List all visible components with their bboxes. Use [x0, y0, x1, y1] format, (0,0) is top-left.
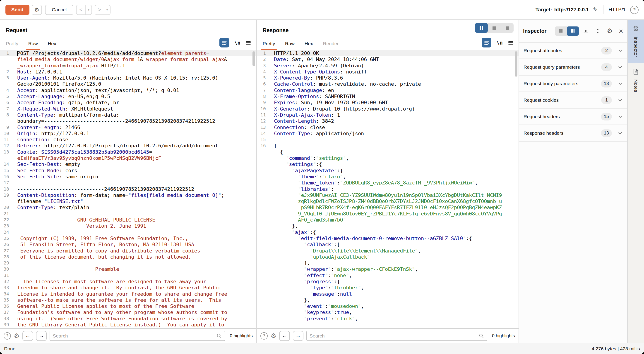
chevron-down-icon[interactable]: ▾: [104, 5, 110, 14]
search-settings-gear-icon[interactable]: ⚙: [270, 333, 276, 339]
show-newlines-icon[interactable]: \n: [234, 40, 240, 46]
editor-row: _wrapper_format=drupal_ajax HTTP/1.1: [0, 63, 256, 69]
response-editor[interactable]: 1HTTP/1.1 200 OK2Date: Sat, 04 May 2024 …: [257, 50, 518, 328]
edit-target-pencil-icon[interactable]: ✎: [593, 6, 598, 13]
editor-row: {: [257, 149, 518, 155]
chevron-down-icon[interactable]: ▾: [85, 5, 92, 14]
section-label: Response headers: [524, 130, 601, 136]
tab-hex[interactable]: Hex: [304, 41, 313, 50]
inspector-close-icon[interactable]: ×: [619, 27, 623, 35]
search-next-button[interactable]: →: [293, 331, 304, 341]
response-tabs: PrettyRawHexRender: [263, 41, 338, 50]
inspector-header-icons: ⚙ ×: [583, 27, 623, 35]
chevron-down-icon[interactable]: [618, 98, 623, 103]
editor-row: 9Expires: Sun, 19 Nov 1978 05:00:00 GMT: [257, 99, 518, 106]
word-wrap-icon[interactable]: [482, 38, 492, 47]
layout-columns-button[interactable]: [475, 23, 488, 33]
chevron-down-icon[interactable]: [618, 65, 623, 70]
response-search-input[interactable]: [310, 333, 479, 339]
chevron-down-icon[interactable]: [618, 114, 623, 119]
request-editor[interactable]: 1POST /Projects/drupal-10.2.6/media/add/…: [0, 50, 256, 328]
tab-pretty[interactable]: Pretty: [263, 41, 275, 50]
editor-row: 14Content-Type: application/json: [257, 130, 518, 137]
collapse-all-icon[interactable]: [595, 28, 601, 34]
search-help-icon[interactable]: ?: [4, 332, 11, 340]
editor-row: 9_VQqLf0-JjUEwn8U1ov0EY_rZPBLJ1Yc7KLFsfq…: [257, 211, 518, 217]
inspector-section-request-body-parameters[interactable]: Request body parameters18: [519, 75, 627, 92]
search-settings-gear-icon[interactable]: ⚙: [14, 333, 20, 339]
editor-row: 2Host: 127.0.0.1: [0, 69, 256, 75]
inspector-section-request-query-parameters[interactable]: Request query parameters4: [519, 59, 627, 75]
notes-document-icon: [632, 68, 640, 75]
editor-row: "theme":"claro",: [257, 174, 518, 180]
request-highlights-count: 0 highlights: [230, 333, 253, 339]
editor-row: 2Date: Sat, 04 May 2024 18:44:06 GMT: [257, 56, 518, 62]
editor-row: 38using it. (Some other Free Software Fo…: [0, 316, 256, 322]
chevron-down-icon[interactable]: [618, 48, 623, 53]
chevron-down-icon[interactable]: [618, 131, 623, 136]
request-search-bar: ? ⚙ ← → 0 highlights: [0, 328, 256, 343]
expand-all-icon[interactable]: [583, 28, 589, 34]
layout-rows-button[interactable]: [488, 23, 501, 33]
send-button[interactable]: Send: [6, 5, 30, 15]
editor-row: zqRlkgDdlcFWZoISJP8-ZM40dBBQoOrbX7DYsLJ2…: [257, 198, 518, 204]
send-settings-button[interactable]: ⚙: [32, 5, 42, 15]
menu-icon[interactable]: [508, 40, 514, 46]
search-prev-button[interactable]: ←: [279, 331, 290, 341]
word-wrap-icon[interactable]: [220, 38, 229, 47]
editor-row: 14Sec-Fetch-Dest: empty: [0, 161, 256, 167]
editor-row: 36General Public License applies to most…: [0, 303, 256, 309]
tab-raw[interactable]: Raw: [285, 41, 294, 50]
inspector-dock-right-button[interactable]: [567, 26, 579, 36]
side-tab-notes[interactable]: Notes: [628, 63, 644, 98]
request-scrollbar[interactable]: [252, 51, 255, 66]
tab-raw[interactable]: Raw: [28, 41, 38, 50]
editor-row: AFQ_c7md3shm7bQ": [257, 217, 518, 223]
editor-row: 37Foundation's software and to any other…: [0, 309, 256, 315]
side-tab-inspector[interactable]: Inspector: [628, 20, 644, 63]
editor-row: 7X-Requested-With: XMLHttpRequest: [0, 106, 256, 112]
inspector-panel: Inspector ⚙ ×: [519, 20, 627, 343]
inspector-section-request-headers[interactable]: Request headers15: [519, 109, 627, 125]
show-newlines-icon[interactable]: \n: [496, 40, 503, 46]
editor-row: 33freedom to share and change it. By con…: [0, 285, 256, 291]
inspector-section-response-headers[interactable]: Response headers13: [519, 125, 627, 142]
tab-hex[interactable]: Hex: [48, 41, 56, 50]
history-forward-split-button[interactable]: > ▾: [95, 5, 110, 15]
layout-single-button[interactable]: [501, 23, 514, 33]
section-count-badge: 18: [601, 80, 612, 87]
editor-row: "ajaxPageState":{: [257, 168, 518, 174]
http-version-selector[interactable]: HTTP/1: [608, 7, 626, 13]
editor-row: "type":"throbber",: [257, 285, 518, 291]
inspector-section-request-attributes[interactable]: Request attributes2: [519, 42, 627, 59]
response-panel-header: Response PrettyRawHexRender: [257, 20, 518, 50]
search-prev-button[interactable]: ←: [22, 331, 33, 341]
request-panel: Request PrettyRawHex \n: [0, 20, 256, 343]
editor-row: filename="LICENSE.txt": [0, 198, 256, 204]
search-help-icon[interactable]: ?: [260, 332, 268, 340]
request-search-input[interactable]: [53, 333, 216, 339]
editor-row: ],: [257, 260, 518, 266]
inspector-section-request-cookies[interactable]: Request cookies1: [519, 92, 627, 109]
editor-row: 13Connection: close: [257, 124, 518, 130]
editor-row: 8X-Frame-Options: SAMEORIGIN: [257, 93, 518, 99]
main-area: Request PrettyRawHex \n: [0, 20, 644, 343]
response-scrollbar[interactable]: [515, 51, 518, 77]
search-next-button[interactable]: →: [36, 331, 47, 341]
editor-row: 11Connection: close: [0, 137, 256, 143]
editor-row: "keypress":true,: [257, 309, 518, 315]
editor-row: "uploadAjaxCallback": [257, 254, 518, 260]
layout-toggle-group: [475, 23, 514, 33]
history-back-split-button[interactable]: < ▾: [76, 5, 92, 15]
editor-row: 20Content-Type: text/plain: [0, 204, 256, 210]
editor-row: "prevent":"click",: [257, 316, 518, 322]
menu-icon[interactable]: [246, 40, 251, 46]
inspector-settings-gear-icon[interactable]: ⚙: [607, 28, 612, 34]
status-bar: Done 4,276 bytes | 428 millis: [0, 343, 644, 354]
toolbar-divider: [603, 5, 604, 14]
cancel-button[interactable]: Cancel: [45, 5, 73, 15]
help-icon[interactable]: ?: [630, 6, 638, 14]
editor-row: "wrapper":"ajax-wrapper--CFoEkE9TnSk",: [257, 266, 518, 272]
chevron-down-icon[interactable]: [618, 81, 623, 86]
inspector-dock-left-button[interactable]: [555, 26, 567, 36]
